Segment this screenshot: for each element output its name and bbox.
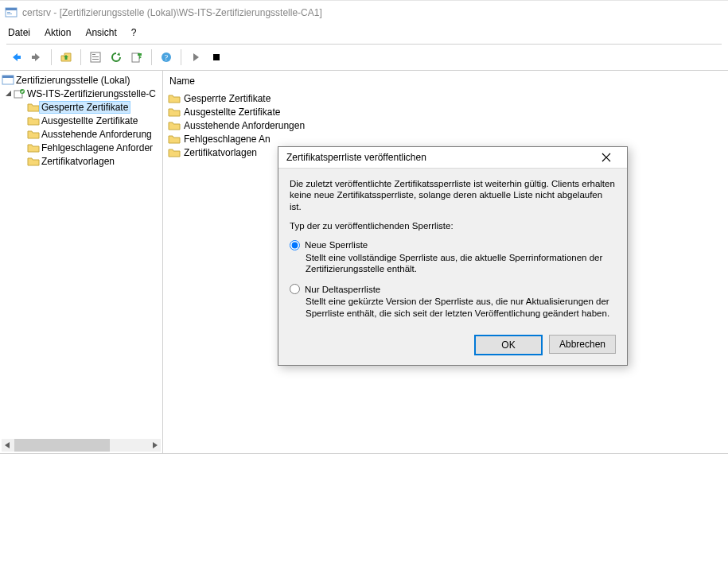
radio-delta-crl[interactable]: Nur Deltasperrliste [290,284,616,294]
tree-item-templates[interactable]: Zertifikatvorlagen [0,154,162,168]
dialog-titlebar: Zertifikatsperrliste veröffentlichen [278,147,627,168]
folder-icon [168,106,181,118]
certsrv-icon [2,74,14,87]
export-button[interactable] [127,48,146,67]
folder-icon [27,101,40,114]
ok-button[interactable]: OK [474,335,543,355]
svg-rect-2 [7,12,10,13]
toolbar: ? [0,45,728,70]
menu-file[interactable]: Datei [8,27,30,38]
folder-icon [168,92,181,105]
toolbar-separator [80,49,81,65]
tree-item-pending[interactable]: Ausstehende Anforderung [0,127,162,141]
menu-bar: Datei Aktion Ansicht ? [0,25,728,44]
publish-crl-dialog: Zertifikatsperrliste veröffentlichen Die… [278,146,628,366]
list-item[interactable]: Ausgestellte Zertifikate [168,105,723,118]
tree-item-issued[interactable]: Ausgestellte Zertifikate [0,114,162,127]
tree-ca[interactable]: WS-ITS-Zertifizierungsstelle-C [0,87,162,100]
radio-delta-crl-desc: Stellt eine gekürzte Version der Sperrli… [306,296,616,319]
tree-root[interactable]: Zertifizierungsstelle (Lokal) [0,73,162,87]
tree-root-label: Zertifizierungsstelle (Lokal) [14,75,131,86]
scroll-right-icon[interactable] [148,439,161,452]
nav-forward-button[interactable] [27,48,46,67]
nav-back-button[interactable] [6,48,25,67]
list-item[interactable]: Fehlgeschlagene An [168,132,723,145]
properties-button[interactable] [86,48,105,67]
svg-rect-11 [213,54,220,60]
scroll-track[interactable] [14,439,148,452]
dialog-type-label: Typ der zu veröffentlichenden Sperrliste… [290,220,616,231]
cancel-button[interactable]: Abbrechen [549,335,616,354]
refresh-button[interactable] [107,48,126,67]
toolbar-separator [151,49,152,65]
list-item-label: Fehlgeschlagene An [184,134,271,145]
dialog-intro-text: Die zuletzt veröffentlichte Zertifikatss… [290,178,616,212]
dialog-body: Die zuletzt veröffentlichte Zertifikatss… [278,168,627,365]
svg-rect-3 [7,14,12,14]
folder-icon [168,119,181,132]
list-item-label: Gesperrte Zertifikate [184,93,271,104]
tree-pane: Zertifizierungsstelle (Lokal) WS-ITS-Zer… [0,71,163,453]
folder-icon [168,146,181,159]
expand-icon[interactable] [3,90,13,97]
toolbar-separator [181,49,181,65]
folder-icon [27,155,40,168]
window-title: certsrv - [Zertifizierungsstelle (Lokal)… [22,7,322,18]
folder-icon [168,133,181,145]
svg-rect-5 [92,54,95,55]
ca-icon [13,87,25,100]
tree-item-label: Zertifikatvorlagen [40,156,116,167]
svg-rect-1 [6,8,17,10]
svg-rect-7 [92,59,99,60]
tree-item-label: Ausgestellte Zertifikate [40,115,139,126]
title-bar: certsrv - [Zertifizierungsstelle (Lokal)… [0,1,728,25]
svg-rect-6 [92,56,99,57]
svg-rect-13 [2,76,14,78]
play-button[interactable] [186,48,205,67]
tree-item-label: Fehlgeschlagene Anforder [40,142,154,153]
radio-delta-crl-label: Nur Deltasperrliste [305,285,380,294]
radio-delta-crl-input[interactable] [290,284,300,294]
up-button[interactable] [56,48,76,67]
close-button[interactable] [590,147,622,168]
svg-text:?: ? [165,53,169,62]
tree-item-failed[interactable]: Fehlgeschlagene Anforder [0,141,162,154]
menu-action[interactable]: Aktion [45,27,71,38]
toolbar-separator [51,49,52,65]
stop-button[interactable] [207,48,226,67]
app-icon [5,6,18,19]
radio-new-crl-desc: Stellt eine vollständige Sperrliste aus,… [306,252,616,275]
radio-new-crl-label: Neue Sperrliste [305,240,368,250]
menu-help[interactable]: ? [131,27,137,38]
folder-icon [27,114,40,127]
scroll-thumb[interactable] [14,439,110,452]
radio-new-crl-input[interactable] [290,240,300,250]
tree-item-label: Ausstehende Anforderung [40,129,154,140]
radio-new-crl[interactable]: Neue Sperrliste [290,240,616,250]
list-item-label: Ausgestellte Zertifikate [184,107,280,118]
scroll-left-icon[interactable] [2,439,14,452]
tree-item-revoked[interactable]: Gesperrte Zertifikate [0,100,162,114]
help-button[interactable]: ? [157,48,176,67]
list-item-label: Zertifikatvorlagen [184,147,257,158]
dialog-title: Zertifikatsperrliste veröffentlichen [286,152,426,163]
folder-icon [27,128,40,141]
horizontal-scrollbar[interactable] [2,439,161,452]
tree-ca-label: WS-ITS-Zertifizierungsstelle-C [25,88,158,99]
list-item[interactable]: Ausstehende Anforderungen [168,118,723,132]
status-bar [0,454,728,471]
list-item-label: Ausstehende Anforderungen [184,120,305,131]
menu-view[interactable]: Ansicht [85,27,116,38]
folder-icon [27,142,40,154]
tree-item-label: Gesperrte Zertifikate [40,102,130,113]
list-item[interactable]: Gesperrte Zertifikate [168,91,723,105]
column-header-name[interactable]: Name [168,74,723,91]
